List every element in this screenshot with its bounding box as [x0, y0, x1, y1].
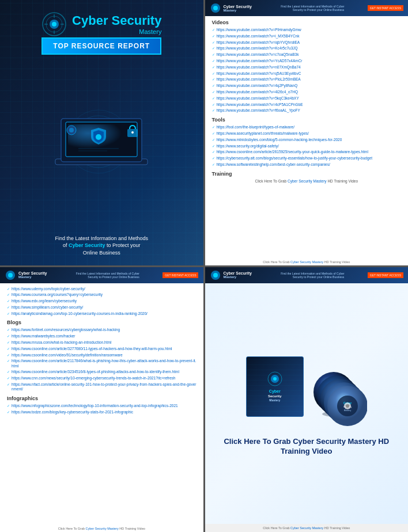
panel4-header: Cyber Security Mastery Find the Latest I…: [205, 267, 409, 283]
videos-section-title: Videos: [212, 20, 402, 25]
list-item: https://www.fortinet.com/resources/cyber…: [7, 328, 197, 333]
panel4-brand-sub: Mastery: [224, 275, 252, 279]
list-item: https://www.csoonline.com/article/327768…: [7, 347, 197, 352]
panel4-header-tagline: Find the Latest Information and Methods …: [275, 272, 344, 279]
panel3-header: Cyber Security Mastery Find the Latest I…: [0, 267, 203, 283]
list-item: https://cybersecurity.att.com/blogs/secu…: [212, 156, 402, 161]
list-item: https://www.youtube.com/watch?v=4q2Py8Na…: [212, 83, 402, 89]
list-item: https://www.csoonline.com/article/211784…: [7, 359, 197, 368]
blogs-link-list: https://www.fortinet.com/resources/cyber…: [7, 328, 197, 392]
shield-logo-icon: [41, 12, 67, 37]
product-box-text: Cyber Security Mastery: [268, 389, 282, 402]
panel4-footer: Click Here To Grab Cyber Security Master…: [205, 524, 409, 532]
dvd-stack-container: Cyber Security Mastery: [246, 351, 367, 431]
list-item: https://www.malwarebytes.com/hacker: [7, 334, 197, 339]
panel2-access-button[interactable]: GET INSTANT ACCESS: [368, 5, 403, 11]
panel4-logo: Cyber Security Mastery: [210, 269, 252, 281]
training-section-title: Training: [212, 171, 402, 177]
cover-badge: TOP RESOURCE REPORT: [41, 37, 161, 55]
svg-point-15: [131, 131, 134, 134]
list-item: https://www.csoonline.com/article/323451…: [7, 370, 197, 375]
svg-point-23: [213, 273, 218, 278]
svg-point-17: [69, 128, 74, 132]
panel3-logo-icon: [5, 269, 16, 281]
list-item: https://www.youtube.com/watch?v=q5AU3Eyv…: [212, 71, 402, 77]
list-item: https://www.cnn.com/news/security/10-eme…: [7, 376, 197, 381]
product-cta-text[interactable]: Click Here To Grab Cyber Security Master…: [211, 437, 403, 457]
panel2-footer: Click Here To Grab Cyber Security Master…: [205, 260, 409, 264]
panel-courses-blogs: Cyber Security Mastery Find the Latest I…: [0, 267, 203, 533]
svg-text:Mastery: Mastery: [344, 409, 352, 412]
list-item: https://www.youtube.com/watch?v=Kc4r5c7u…: [212, 46, 402, 51]
list-item: https://www.softwaretestinghelp.com/best…: [212, 162, 402, 168]
list-item: https://www.todze.com/blogs/key-cybersec…: [7, 410, 197, 415]
list-item: https://www.csoonline.com/video/91/secur…: [7, 353, 197, 358]
panel2-brand-sub: Mastery: [224, 9, 252, 12]
laptop-illustration: [44, 107, 159, 182]
panel2-logo-icon: [210, 2, 221, 14]
panel4-access-button[interactable]: GET INSTANT ACCESS: [368, 272, 403, 278]
panel3-access-button[interactable]: GET INSTANT ACCESS: [163, 272, 198, 278]
list-item: https://www.youtube.com/watch?v=PloL2r50…: [212, 77, 402, 82]
panel3-header-tagline: Find the Latest Information and Methods …: [70, 272, 139, 279]
tools-link-list: https://fool.com/the-blueprint/types-of-…: [212, 125, 402, 168]
list-item: https://www.youtube.com/watch?v=i_MX5B4Y…: [212, 34, 402, 39]
panel3-footer: Click Here To Grab Cyber Security Master…: [0, 527, 203, 530]
list-item: https://analyticsindiamag.com/top-10-cyb…: [7, 311, 197, 317]
panel2-header-tagline: Find the Latest Information and Methods …: [275, 5, 344, 12]
product-box-icon: [266, 370, 284, 387]
list-item: https://www.youtube.com/watch?v=f6oaAL_Y…: [212, 108, 402, 113]
list-item: https://www.youtube.com/watch?v=n07XmQnB…: [212, 65, 402, 70]
logo-text: Cyber Security Mastery: [72, 14, 161, 35]
blogs-section-title: Blogs: [7, 320, 197, 325]
cover-logo: Cyber Security Mastery: [41, 12, 161, 37]
list-item: https://www.udemy.com/topic/cyber-securi…: [7, 287, 197, 292]
panel2-logo: Cyber Security Mastery: [210, 2, 252, 14]
svg-point-19: [213, 6, 218, 10]
panel2-brand-name: Cyber Security: [224, 5, 252, 9]
tools-section-title: Tools: [212, 117, 402, 123]
cover-illustration: [9, 55, 195, 235]
list-item: https://www.simplilearn.com/cyber-securi…: [7, 305, 197, 310]
list-item: https://www.youtube.com/watch?v=YcAD57x4…: [212, 59, 402, 64]
videos-link-list: https://www.youtube.com/watch?v=PIHnamdy…: [212, 28, 402, 113]
list-item: https://www.mrusa.com/what-is-hacking-an…: [7, 340, 197, 345]
panel2-header: Cyber Security Mastery Find the Latest I…: [205, 0, 409, 16]
list-item: https://www.mtnicksbytes.com/blog/5-comm…: [212, 138, 402, 143]
list-item: https://www.youtube.com/watch?v=5kqC3ke4…: [212, 96, 402, 101]
product-body: Cyber Security Mastery: [205, 283, 409, 525]
list-item: https://www.nfact.com/article/online-sec…: [7, 382, 197, 392]
cover-footer: Find the Latest Information and Methods …: [55, 235, 148, 257]
panel4-logo-icon: [210, 269, 221, 281]
svg-point-3: [52, 22, 56, 26]
page-grid: Cyber Security Mastery TOP RESOURCE REPO…: [0, 0, 408, 532]
panel3-brand-name: Cyber Security: [18, 271, 47, 275]
list-item: https://fool.com/the-blueprint/types-of-…: [212, 125, 402, 130]
list-item: https://www.youtube.com/watch?v=4cP5A1CP…: [212, 102, 402, 108]
list-item: https://www.asecurityplanet.com/threats/…: [212, 131, 402, 136]
panel-cover: Cyber Security Mastery TOP RESOURCE REPO…: [0, 0, 203, 265]
list-item: https://www.infographicszone.com/technol…: [7, 404, 197, 409]
list-item: https://www.edx.org/learn/cybersecurity: [7, 299, 197, 304]
infographics-section-title: Infographics: [7, 396, 197, 401]
panel3-brand-sub: Mastery: [18, 275, 47, 279]
courses-link-list: https://www.udemy.com/topic/cyber-securi…: [7, 287, 197, 317]
infographics-link-list: https://www.infographicszone.com/technol…: [7, 404, 197, 415]
svg-point-11: [96, 134, 101, 140]
dvd-discs: Cyber Security Mastery Cyber Security Ma…: [292, 351, 367, 431]
list-item: https://www.security.org/digital-safety/: [212, 144, 402, 149]
list-item: https://www.youtube.com/watch?v=4l26c4_o…: [212, 90, 402, 95]
panel3-logo: Cyber Security Mastery: [5, 269, 47, 281]
list-item: https://www.youtube.com/watch?v=iqbYVQhr…: [212, 40, 402, 45]
list-item: https://www.youtube.com/watch?v=c7oaQ5na…: [212, 52, 402, 58]
svg-point-26: [273, 377, 277, 381]
panel-product: Cyber Security Mastery Find the Latest I…: [205, 267, 409, 533]
list-item: https://www.coursera.org/courses?query=c…: [7, 292, 197, 298]
panel-videos-tools: Cyber Security Mastery Find the Latest I…: [205, 0, 409, 265]
panel4-brand-name: Cyber Security: [224, 271, 252, 275]
list-item: https://www.youtube.com/watch?v=PIHnamdy…: [212, 28, 402, 33]
svg-point-50: [346, 404, 349, 408]
training-cta: Click Here To Grab Cyber Security Master…: [212, 179, 402, 183]
list-item: https://www.csoonline.com/article/261592…: [212, 150, 402, 155]
svg-point-21: [8, 273, 13, 278]
